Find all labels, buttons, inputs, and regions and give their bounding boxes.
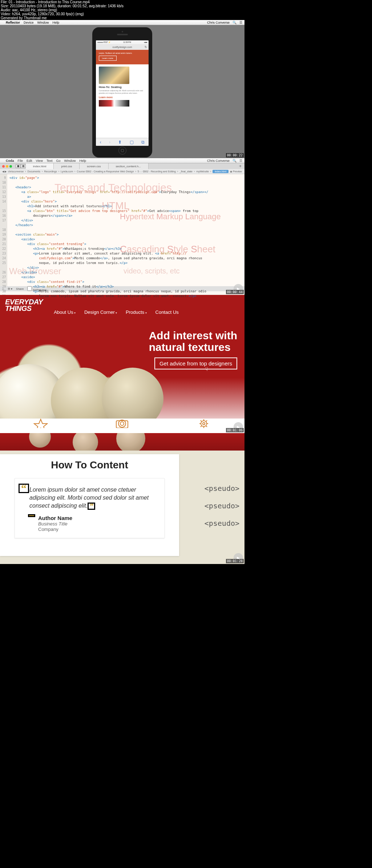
hero-heading: Add interest with natural textures [149, 330, 237, 353]
nav-about[interactable]: About Us [54, 309, 76, 315]
camera-icon [115, 419, 129, 428]
minimize-icon[interactable] [6, 165, 8, 168]
howto-slide: How To Content “ Lorem ipsum dolor sit a… [0, 433, 244, 564]
menu-icon[interactable]: ☰ [239, 159, 242, 163]
iphone-device: ●●●●● AT&T ⚡ 12:39 PM ●■■ codifydesign.c… [92, 27, 152, 157]
timestamp-3: 00:01:06 [226, 428, 244, 432]
back-icon[interactable]: ‹ [100, 140, 101, 145]
menu-help[interactable]: Help [53, 21, 60, 24]
menu-window[interactable]: Window [64, 159, 76, 163]
phone-safari-nav: ‹ › ⬆ ▢ ⧉ [96, 138, 149, 146]
svg-point-1 [120, 422, 124, 425]
phone-hero: turpis. Nullam sit amet enim lorem. Lear… [96, 50, 149, 64]
timestamp-2: 00:00:44 [226, 290, 244, 294]
menu-icon[interactable]: ☰ [239, 21, 242, 24]
site-logo[interactable]: EVERYDAY THINGS [5, 299, 43, 312]
quote-business: Business Title [38, 521, 157, 527]
code-editor: ▦ ▤ index.html print.css screen.css sect… [0, 163, 244, 295]
phone-card-title: How-To: Seating [99, 85, 146, 89]
view-mode-1[interactable]: ▦ [16, 164, 21, 168]
app-name[interactable]: Coda [6, 159, 14, 163]
menu-device[interactable]: Device [24, 21, 34, 24]
nav-products[interactable]: Products [126, 309, 147, 315]
close-icon[interactable] [2, 165, 5, 168]
video-metadata: File: 01 - Introduction - Introduction t… [0, 0, 244, 20]
quote-author: Author Name [38, 515, 157, 521]
search-icon[interactable]: 🔍 [232, 159, 236, 163]
app-name[interactable]: Reflector [6, 21, 20, 24]
phone-camera [122, 31, 123, 32]
window-controls [0, 165, 14, 168]
cursor-icon: ☟ [205, 366, 208, 372]
menubar-user: Chris Converse [207, 159, 230, 163]
pseudo-label: <pseudo> [205, 484, 239, 493]
tabs-icon[interactable]: ⧉ [141, 140, 145, 145]
star-icon [33, 419, 48, 428]
zoom-icon[interactable] [9, 165, 12, 168]
bookmarks-icon[interactable]: ▢ [130, 140, 134, 145]
code-area[interactable]: Terms and Technologies HTML Hypertext Ma… [0, 174, 244, 286]
quote-text: Lorem ipsum dolor sit amet conse ctetuer… [29, 487, 149, 509]
phone-card-image-2 [99, 100, 129, 107]
main-navigation: About Us Design Corner Products Contact … [54, 309, 179, 315]
reflector-preview: ●●●●● AT&T ⚡ 12:39 PM ●■■ codifydesign.c… [0, 25, 244, 158]
share-icon[interactable]: ⬆ [118, 140, 122, 145]
menubar-user: Chris Converse [207, 21, 230, 24]
menu-edit[interactable]: Edit [27, 159, 32, 163]
pseudo-labels: <pseudo> <pseudo> <pseudo> [205, 484, 239, 528]
forward-icon[interactable]: › [109, 140, 110, 145]
tab-section-content[interactable]: section_content.h... [109, 163, 149, 169]
tab-index-html[interactable]: index.html [26, 163, 54, 169]
quote-company: Company [38, 527, 157, 532]
svg-point-4 [203, 423, 205, 425]
phone-statusbar: ●●●●● AT&T ⚡ 12:39 PM ●■■ [96, 40, 149, 44]
content-card: How To Content “ Lorem ipsum dolor sit a… [0, 454, 179, 556]
line-gutter: 9101112131415161718192021222324252627282… [0, 174, 7, 286]
tab-screen-css[interactable]: screen.css [80, 163, 108, 169]
pseudo-label: <pseudo> [205, 501, 239, 510]
view-mode-2[interactable]: ▤ [21, 164, 26, 168]
hero-strip [0, 433, 244, 451]
hero-cta-button[interactable]: Get advice from top designers [154, 357, 237, 369]
svg-point-3 [201, 421, 207, 427]
website-preview: EVERYDAY THINGS About Us Design Corner P… [0, 295, 244, 433]
feature-icons [0, 419, 244, 433]
timestamp-1: 00:00:22 [226, 153, 244, 157]
editor-tabs: ▦ ▤ index.html print.css screen.css sect… [0, 163, 244, 169]
close-quote-icon: ” [88, 503, 95, 510]
menu-file[interactable]: File [18, 159, 23, 163]
menu-help[interactable]: Help [79, 159, 86, 163]
pseudo-label: <pseudo> [205, 519, 239, 528]
timestamp-4: 00:01:28 [226, 559, 244, 563]
search-icon[interactable]: 🔍 [232, 21, 236, 24]
section-title: How To Content [7, 459, 172, 471]
mac-menubar-1: Reflector Device Window Help Chris Conve… [0, 20, 244, 25]
nav-design-corner[interactable]: Design Corner [84, 309, 117, 315]
tab-print-css[interactable]: print.css [54, 163, 80, 169]
open-quote-icon: “ [19, 484, 29, 493]
phone-card-image [99, 67, 129, 84]
phone-url-bar[interactable]: codifydesign.com ↻ [96, 44, 149, 50]
reload-icon[interactable]: ↻ [145, 45, 147, 49]
breadcrumb[interactable]: ◀ ▶ chrisconverse› Documents› Recordings… [0, 169, 244, 174]
gear-icon [197, 419, 211, 428]
home-button[interactable] [118, 147, 126, 155]
phone-card-text: Consectetuer adipiscing elit. Morbi comm… [99, 89, 146, 95]
nav-contact[interactable]: Contact Us [155, 309, 179, 315]
menu-text[interactable]: Text [46, 159, 53, 163]
author-mark-icon [28, 514, 35, 517]
menu-window[interactable]: Window [37, 21, 49, 24]
phone-learn-more-button[interactable]: Learn more [99, 56, 117, 61]
phone-card-link[interactable]: Learn more [99, 96, 146, 99]
menu-go[interactable]: Go [56, 159, 60, 163]
code-content[interactable]: <div id="page"> <header> <a class="logo"… [7, 174, 210, 286]
new-tab-button[interactable]: + [236, 164, 244, 169]
mac-menubar-2: Coda File Edit View Text Go Window Help … [0, 158, 244, 163]
blockquote: “ Lorem ipsum dolor sit amet conse ctetu… [15, 478, 165, 538]
phone-speaker [117, 34, 128, 35]
menu-view[interactable]: View [36, 159, 43, 163]
